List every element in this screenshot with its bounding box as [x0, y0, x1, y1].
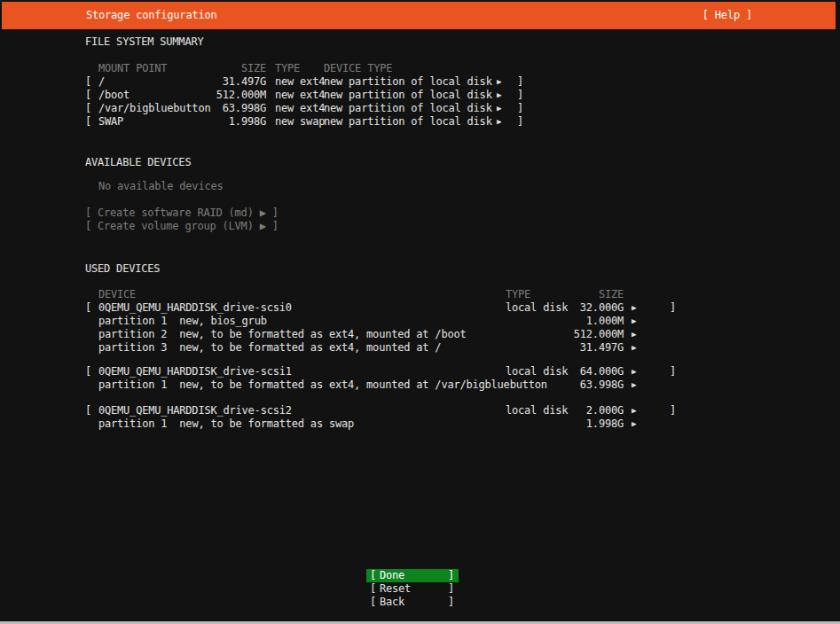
partition-row[interactable]: partition 1 new, to be formatted as swap…: [85, 417, 674, 431]
used-device-row[interactable]: [0QEMU_QEMU_HARDDISK_drive-scsi0local di…: [85, 301, 674, 315]
column-header-type: TYPE: [275, 62, 300, 75]
partition-label: partition 1: [98, 315, 167, 327]
partition-size: 1.000M: [535, 315, 624, 328]
expand-arrow-icon: ▶: [497, 115, 501, 129]
device-size: 64.000G: [535, 365, 624, 378]
partition-description: new, to be formatted as ext4, mounted at…: [179, 328, 466, 340]
used-devices-column-headers: DEVICE TYPE SIZE: [85, 288, 674, 301]
bracket-close: ]: [670, 301, 676, 315]
bracket-close: ]: [517, 102, 523, 115]
expand-arrow-icon: ▶: [497, 102, 501, 115]
expand-arrow-icon: ▶: [632, 378, 636, 392]
fs-device-type: new partition of local disk: [324, 89, 492, 102]
bracket-open: [: [85, 404, 91, 417]
column-header-device-type: DEVICE TYPE: [324, 62, 392, 75]
partition-size: 512.000M: [535, 328, 624, 341]
partition-description: new, bios_grub: [179, 315, 266, 327]
fs-type: new ext4: [275, 75, 325, 89]
fs-size: 63.998G: [174, 102, 266, 115]
bracket-open: [: [370, 569, 376, 582]
no-available-devices-message: No available devices: [98, 180, 224, 193]
partition-row[interactable]: partition 1 new, bios_grub1.000M▶: [85, 315, 674, 328]
fs-summary-row[interactable]: [/var/bigbluebutton63.998Gnew ext4new pa…: [85, 102, 523, 115]
partition-text: partition 1 new, to be formatted as ext4…: [98, 378, 547, 392]
column-header-device: DEVICE: [98, 288, 136, 301]
mount-point: SWAP: [98, 115, 123, 129]
expand-arrow-icon: ▶: [632, 404, 636, 417]
bracket-open: [: [85, 115, 91, 129]
partition-label: partition 3: [98, 341, 167, 354]
partition-size: 63.998G: [535, 378, 624, 392]
bracket-open: [: [85, 89, 91, 102]
partition-text: partition 1 new, to be formatted as swap: [98, 417, 354, 431]
partition-description: new, to be formatted as ext4, mounted at…: [179, 378, 546, 391]
bracket-close: ]: [670, 365, 676, 378]
fs-summary-row[interactable]: [/boot512.000Mnew ext4new partition of l…: [85, 89, 523, 102]
bracket-close: ]: [448, 596, 454, 609]
help-button[interactable]: [ Help ]: [703, 2, 752, 29]
device-name: 0QEMU_QEMU_HARDDISK_drive-scsi2: [98, 404, 292, 417]
bracket-open: [: [370, 582, 376, 596]
expand-arrow-icon: ▶: [632, 341, 636, 355]
reset-button[interactable]: [Reset]: [366, 582, 459, 596]
expand-arrow-icon: ▶: [632, 328, 636, 341]
back-button[interactable]: [Back]: [366, 596, 459, 609]
column-header-size: SIZE: [174, 62, 266, 75]
fs-size: 1.998G: [174, 115, 266, 129]
partition-description: new, to be formatted as ext4, mounted at…: [179, 341, 441, 354]
expand-arrow-icon: ▶: [632, 315, 636, 328]
column-header-mount-point: MOUNT POINT: [98, 62, 167, 75]
title-bar: Storage configuration [ Help ]: [2, 2, 836, 29]
filesystem-summary-heading: FILE SYSTEM SUMMARY: [85, 35, 203, 49]
bracket-close: ]: [448, 569, 454, 582]
fs-device-type: new partition of local disk: [324, 102, 492, 115]
button-label: Done: [380, 569, 404, 582]
partition-text: partition 2 new, to be formatted as ext4…: [98, 328, 466, 341]
fs-type: new ext4: [275, 102, 325, 115]
button-label: Reset: [380, 582, 411, 596]
device-size: 2.000G: [535, 404, 624, 417]
partition-row[interactable]: partition 1 new, to be formatted as ext4…: [85, 378, 674, 392]
bracket-close: ]: [517, 89, 523, 102]
mount-point: /: [98, 75, 105, 89]
bracket-close: ]: [517, 75, 523, 89]
partition-size: 31.497G: [535, 341, 624, 355]
create-software-raid-option[interactable]: [ Create software RAID (md) ▶ ]: [85, 207, 279, 220]
expand-arrow-icon: ▶: [497, 89, 501, 102]
bracket-open: [: [370, 596, 376, 609]
mount-point: /boot: [98, 89, 130, 102]
expand-arrow-icon: ▶: [632, 417, 636, 431]
bracket-open: [: [85, 102, 91, 115]
expand-arrow-icon: ▶: [632, 365, 636, 378]
used-device-row[interactable]: [0QEMU_QEMU_HARDDISK_drive-scsi1local di…: [85, 365, 674, 378]
device-size: 32.000G: [535, 301, 624, 315]
bracket-close: ]: [517, 115, 523, 129]
button-label: Back: [380, 596, 404, 609]
device-name: 0QEMU_QEMU_HARDDISK_drive-scsi1: [98, 365, 292, 378]
bracket-open: [: [85, 365, 91, 378]
done-button[interactable]: [Done]: [366, 569, 459, 582]
partition-row[interactable]: partition 2 new, to be formatted as ext4…: [85, 328, 674, 341]
fs-summary-row[interactable]: [/31.497Gnew ext4new partition of local …: [85, 75, 523, 89]
page-title: Storage configuration: [86, 2, 217, 29]
filesystem-summary-column-headers: MOUNT POINT SIZE TYPE DEVICE TYPE: [85, 62, 523, 75]
bracket-open: [: [85, 301, 91, 315]
column-header-size: SIZE: [535, 288, 624, 301]
create-volume-group-option[interactable]: [ Create volume group (LVM) ▶ ]: [85, 220, 279, 233]
partition-description: new, to be formatted as swap: [179, 417, 354, 430]
fs-device-type: new partition of local disk: [324, 75, 492, 89]
column-header-type: TYPE: [506, 288, 530, 301]
used-devices-heading: USED DEVICES: [85, 262, 160, 276]
bracket-close: ]: [670, 404, 676, 417]
bracket-close: ]: [448, 582, 454, 596]
expand-arrow-icon: ▶: [632, 301, 636, 315]
available-devices-heading: AVAILABLE DEVICES: [85, 156, 191, 169]
partition-label: partition 1: [98, 417, 167, 430]
partition-label: partition 2: [98, 328, 167, 340]
used-device-row[interactable]: [0QEMU_QEMU_HARDDISK_drive-scsi2local di…: [85, 404, 674, 417]
partition-row[interactable]: partition 3 new, to be formatted as ext4…: [85, 341, 674, 355]
fs-size: 31.497G: [174, 75, 266, 89]
fs-summary-row[interactable]: [SWAP1.998Gnew swapnew partition of loca…: [85, 115, 523, 129]
partition-text: partition 1 new, bios_grub: [98, 315, 267, 328]
device-name: 0QEMU_QEMU_HARDDISK_drive-scsi0: [98, 301, 292, 315]
